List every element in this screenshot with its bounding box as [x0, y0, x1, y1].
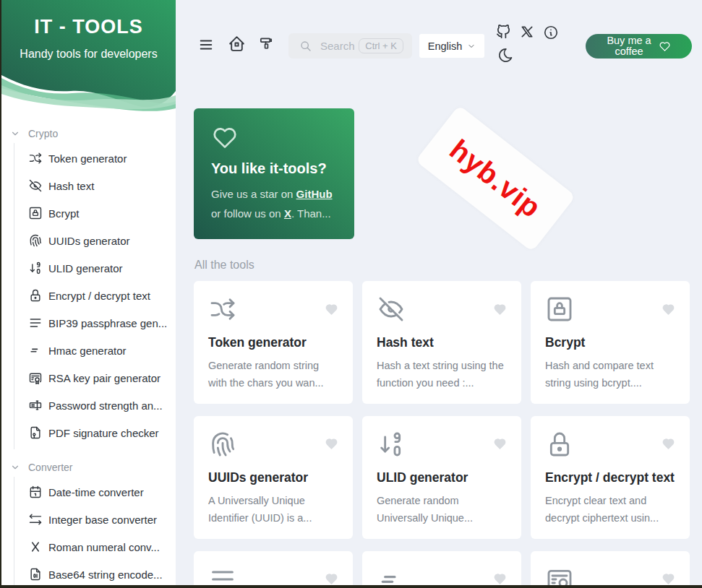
- sidebar-item-label: ULID generator: [48, 262, 123, 274]
- watermark-sticker: hyb.vip: [416, 105, 576, 251]
- sort-numbers-icon: [377, 430, 406, 459]
- tool-card[interactable]: [362, 551, 521, 588]
- tool-card[interactable]: Token generator Generate random string w…: [194, 281, 353, 404]
- tool-card[interactable]: [531, 551, 690, 588]
- sidebar-banner[interactable]: IT - TOOLS Handy tools for developers: [1, 0, 176, 114]
- info-circle-icon[interactable]: [543, 25, 559, 40]
- sidebar-item[interactable]: Password strength an...: [14, 392, 176, 419]
- heart-icon: [659, 40, 671, 53]
- lock-icon: [545, 430, 574, 459]
- certificate-icon: [28, 371, 43, 385]
- watermark-text: hyb.vip: [444, 133, 548, 224]
- tool-card-title: Token generator: [208, 333, 338, 353]
- menu-icon[interactable]: [197, 37, 215, 53]
- list-lines-icon: [208, 565, 237, 588]
- promo-text-middle: or follow us on: [211, 207, 284, 220]
- equal-lines-icon: [28, 343, 43, 358]
- it-tools-app: IT - TOOLS Handy tools for developers Cr…: [0, 0, 702, 588]
- tool-card-description: Encrypt clear text and decrypt ciphertex…: [545, 493, 675, 527]
- promo-text-suffix: . Than...: [291, 207, 331, 220]
- buy-me-a-coffee-button[interactable]: Buy me a coffee: [586, 34, 692, 59]
- home-icon[interactable]: [228, 35, 246, 53]
- sidebar-item-label: Password strength an...: [48, 399, 163, 412]
- language-select[interactable]: English: [419, 34, 484, 58]
- sidebar-item-label: Date-time converter: [48, 486, 144, 498]
- search-input[interactable]: Search Ctrl + K: [288, 33, 412, 59]
- file-certificate-icon: [28, 425, 43, 440]
- sidebar-item[interactable]: BIP39 passphrase gen...: [14, 309, 176, 337]
- paint-roller-icon[interactable]: [258, 35, 275, 53]
- buy-button-line2: coffee: [615, 46, 643, 57]
- sidebar-item[interactable]: Hash text: [14, 172, 176, 199]
- lock-square-icon: [545, 295, 574, 324]
- lock-icon: [28, 288, 43, 303]
- tool-card-description: A Universally Unique Identifier (UUID) i…: [208, 493, 338, 527]
- favorite-heart-icon[interactable]: [493, 303, 507, 316]
- list-lines-icon: [28, 316, 43, 330]
- tool-card[interactable]: Hash text Hash a text string using the f…: [362, 281, 521, 404]
- promo-card[interactable]: You like it-tools? Give us a star on Git…: [194, 108, 354, 239]
- favorite-heart-icon[interactable]: [662, 303, 675, 316]
- favorite-heart-icon[interactable]: [493, 572, 507, 586]
- tool-card-description: Generate random string with the chars yo…: [208, 358, 338, 392]
- tool-card-description: Hash a text string using the function yo…: [377, 358, 507, 392]
- sidebar-item-label: UUIDs generator: [48, 235, 130, 247]
- favorite-heart-icon[interactable]: [662, 572, 675, 586]
- sidebar-category-header[interactable]: Converter: [1, 458, 176, 477]
- sidebar-item-label: BIP39 passphrase gen...: [48, 317, 167, 329]
- sidebar-item[interactable]: UUIDs generator: [14, 227, 176, 254]
- favorite-heart-icon[interactable]: [662, 437, 675, 451]
- tool-card[interactable]: ULID generator Generate random Universal…: [362, 416, 521, 539]
- tool-card-title: UUIDs generator: [208, 468, 338, 488]
- tool-card-description: Generate random Universally Unique...: [377, 493, 507, 527]
- app-subtitle: Handy tools for developers: [1, 48, 176, 61]
- sidebar-item-label: Hmac generator: [48, 345, 127, 357]
- letter-x-icon: [28, 540, 43, 554]
- app-title: IT - TOOLS: [1, 16, 176, 38]
- sidebar-item-label: Roman numeral conv...: [48, 541, 160, 553]
- github-link[interactable]: GitHub: [296, 188, 333, 200]
- chevron-down-icon: [467, 42, 476, 51]
- sidebar-item-label: Bcrypt: [48, 207, 80, 220]
- favorite-heart-icon[interactable]: [325, 303, 338, 316]
- sidebar-category-label: Converter: [28, 462, 72, 473]
- tool-card[interactable]: [194, 551, 353, 588]
- search-placeholder: Search: [320, 40, 359, 52]
- sidebar-item[interactable]: Encrypt / decrypt text: [14, 282, 176, 309]
- sidebar-category-items: Token generator Hash text Bcrypt UUIDs g…: [14, 143, 176, 449]
- x-link[interactable]: X: [284, 207, 291, 220]
- calendar-icon: [28, 485, 43, 499]
- sidebar-category-items: Date-time converter Integer base convert…: [14, 477, 176, 585]
- favorite-heart-icon[interactable]: [325, 572, 338, 586]
- x-logo-icon[interactable]: [520, 25, 534, 39]
- tool-card[interactable]: Bcrypt Hash and compare text string usin…: [531, 281, 690, 404]
- favorite-heart-icon[interactable]: [493, 437, 507, 451]
- sidebar-item[interactable]: ULID generator: [14, 254, 176, 282]
- sidebar-item[interactable]: Roman numeral conv...: [14, 533, 176, 561]
- favorite-heart-icon[interactable]: [325, 437, 338, 451]
- sidebar-item[interactable]: RSA key pair generator: [14, 364, 176, 392]
- github-icon[interactable]: [495, 23, 512, 40]
- moon-icon[interactable]: [497, 47, 514, 64]
- language-selected: English: [428, 40, 463, 52]
- sidebar-item-label: RSA key pair generator: [48, 372, 160, 384]
- tool-card-title: Encrypt / decrypt text: [545, 468, 675, 488]
- promo-text: Give us a star on GitHub or follow us on…: [211, 184, 337, 223]
- sidebar-category: Converter Date-time converter Integer ba…: [1, 458, 176, 585]
- sidebar-item[interactable]: Base64 string encode...: [14, 561, 176, 585]
- sort-numbers-icon: [28, 261, 43, 275]
- tool-card[interactable]: UUIDs generator A Universally Unique Ide…: [194, 416, 353, 539]
- shuffle-icon: [208, 295, 237, 324]
- sidebar-category-header[interactable]: Crypto: [1, 124, 176, 143]
- sidebar-item-label: Base64 string encode...: [48, 568, 163, 581]
- sidebar-item[interactable]: Integer base converter: [14, 506, 176, 533]
- shuffle-icon: [28, 151, 43, 165]
- sidebar-item[interactable]: PDF signature checker: [14, 419, 176, 446]
- equal-lines-icon: [377, 565, 406, 588]
- sidebar-item[interactable]: Token generator: [14, 144, 176, 172]
- tool-card[interactable]: Encrypt / decrypt text Encrypt clear tex…: [531, 416, 690, 539]
- sidebar-item[interactable]: Bcrypt: [14, 199, 176, 227]
- sidebar-item[interactable]: Hmac generator: [14, 337, 176, 364]
- sidebar-item[interactable]: Date-time converter: [14, 478, 176, 506]
- heart-icon: [211, 124, 239, 152]
